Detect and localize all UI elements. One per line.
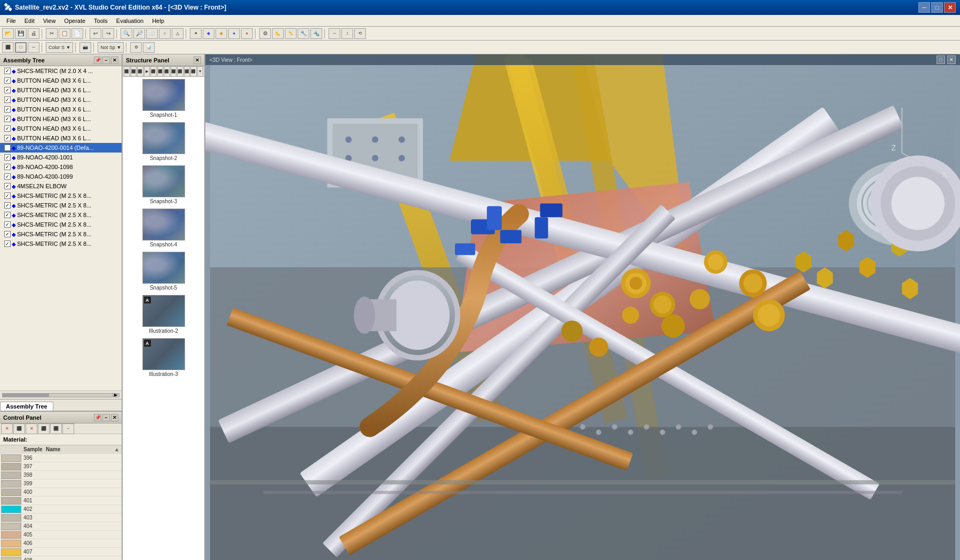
tree-item-checkbox-15[interactable]: ✓ bbox=[4, 202, 11, 209]
st-tb7[interactable]: ⬛ bbox=[164, 66, 170, 77]
tb2-camera[interactable]: 📷 bbox=[79, 42, 91, 53]
tree-item-checkbox-9[interactable]: ✓ bbox=[4, 145, 11, 151]
tb-filter2[interactable]: ◆ bbox=[215, 28, 227, 39]
cp-pin-btn[interactable]: 📌 bbox=[94, 414, 101, 421]
tb-tool3[interactable]: ↔ bbox=[329, 28, 340, 39]
tree-item-3[interactable]: ✓◆BUTTON HEAD (M3 X 6 L... bbox=[0, 85, 122, 95]
material-row-3[interactable]: 398 bbox=[0, 471, 122, 479]
material-row-11[interactable]: 406 bbox=[0, 539, 122, 548]
3d-view[interactable]: Z X <3D View : Front> □ ✕ bbox=[205, 54, 960, 560]
material-row-5[interactable]: 400 bbox=[0, 488, 122, 497]
tb2-1[interactable]: ⬛ bbox=[2, 42, 14, 53]
tree-item-8[interactable]: ✓◆BUTTON HEAD (M3 X 6 L... bbox=[0, 133, 122, 143]
tab-assembly-tree[interactable]: Assembly Tree bbox=[0, 402, 53, 411]
snapshot-item-1[interactable]: Snapshot-1 bbox=[125, 79, 202, 118]
tb-redo[interactable]: ↪ bbox=[102, 28, 114, 39]
tree-item-9[interactable]: ✓◆89-NOAO-4200-0014 (Defa... bbox=[0, 143, 122, 153]
tree-item-checkbox-4[interactable]: ✓ bbox=[4, 97, 11, 103]
tb-zoom-out[interactable]: 🔎 bbox=[133, 28, 145, 39]
tb-tool2[interactable]: 🔩 bbox=[310, 28, 322, 39]
st-tb6[interactable]: ⬛ bbox=[157, 66, 164, 77]
cp-tb5[interactable]: ⬛ bbox=[50, 423, 62, 434]
st-tb11[interactable]: ⬛ bbox=[190, 66, 197, 77]
tb-highlight[interactable]: ✦ bbox=[190, 28, 202, 39]
tb-tool5[interactable]: ⟲ bbox=[354, 28, 366, 39]
tb-print[interactable]: 🖨 bbox=[28, 28, 39, 39]
tree-item-13[interactable]: ✓◆4MSEL2N ELBOW bbox=[0, 181, 122, 191]
tb-tool1[interactable]: 🔧 bbox=[298, 28, 309, 39]
tb-settings[interactable]: ⚙ bbox=[259, 28, 271, 39]
illustration-item-2[interactable]: AIllustration-3 bbox=[125, 338, 202, 377]
st-tb3[interactable]: ⬛ bbox=[137, 66, 143, 77]
st-tb1[interactable]: ⬛ bbox=[124, 66, 130, 77]
cp-minimize-btn[interactable]: − bbox=[102, 414, 110, 421]
tree-item-checkbox-3[interactable]: ✓ bbox=[4, 87, 11, 93]
snapshot-item-5[interactable]: Snapshot-5 bbox=[125, 252, 202, 291]
tree-item-4[interactable]: ✓◆BUTTON HEAD (M3 X 6 L... bbox=[0, 95, 122, 105]
tb-filter3[interactable]: ● bbox=[228, 28, 240, 39]
tree-item-checkbox-1[interactable]: ✓ bbox=[4, 68, 11, 74]
tb-dimension[interactable]: 📐 bbox=[272, 28, 284, 39]
tb2-dropdown[interactable]: Color S ▼ bbox=[46, 42, 73, 53]
assembly-minimize-btn[interactable]: − bbox=[102, 57, 110, 64]
tree-item-checkbox-17[interactable]: ✓ bbox=[4, 221, 11, 228]
tb-select-box[interactable]: ⬜ bbox=[146, 28, 158, 39]
minimize-button[interactable]: ─ bbox=[918, 2, 930, 13]
tree-item-12[interactable]: ✓◆89-NOAO-4200-1099 bbox=[0, 172, 122, 181]
tree-item-checkbox-5[interactable]: ✓ bbox=[4, 106, 11, 113]
menu-view[interactable]: View bbox=[39, 17, 60, 25]
tree-item-5[interactable]: ✓◆BUTTON HEAD (M3 X 6 L... bbox=[0, 105, 122, 114]
tree-item-checkbox-14[interactable]: ✓ bbox=[4, 193, 11, 199]
material-row-12[interactable]: 407 bbox=[0, 548, 122, 556]
st-tb10[interactable]: ⬛ bbox=[184, 66, 190, 77]
tb-cut[interactable]: ✂ bbox=[46, 28, 58, 39]
material-row-1[interactable]: 396 bbox=[0, 454, 122, 462]
st-tb9[interactable]: ⬛ bbox=[177, 66, 183, 77]
st-tb4[interactable]: ▶ bbox=[144, 66, 150, 77]
3d-view-close-btn[interactable]: ✕ bbox=[947, 55, 956, 64]
st-tb12[interactable]: ▼ bbox=[197, 66, 204, 77]
menu-tools[interactable]: Tools bbox=[90, 17, 112, 25]
assembly-pin-btn[interactable]: 📌 bbox=[94, 57, 101, 64]
cp-tb2[interactable]: ⬛ bbox=[13, 423, 25, 434]
tree-item-7[interactable]: ✓◆BUTTON HEAD (M3 X 6 L... bbox=[0, 124, 122, 133]
menu-edit[interactable]: Edit bbox=[20, 17, 39, 25]
tree-item-checkbox-2[interactable]: ✓ bbox=[4, 77, 11, 84]
tree-item-15[interactable]: ✓◆SHCS-METRIC (M 2.5 X 8... bbox=[0, 201, 122, 210]
tree-item-checkbox-13[interactable]: ✓ bbox=[4, 183, 11, 189]
tree-item-checkbox-12[interactable]: ✓ bbox=[4, 173, 11, 180]
tree-item-2[interactable]: ✓◆BUTTON HEAD (M3 X 6 L... bbox=[0, 76, 122, 85]
tb-zoom-in[interactable]: 🔍 bbox=[121, 28, 132, 39]
tb-filter1[interactable]: ◆ bbox=[203, 28, 214, 39]
tree-item-6[interactable]: ✓◆BUTTON HEAD (M3 X 6 L... bbox=[0, 114, 122, 124]
material-row-9[interactable]: 404 bbox=[0, 522, 122, 531]
maximize-button[interactable]: □ bbox=[931, 2, 943, 13]
tb-undo[interactable]: ↩ bbox=[90, 28, 101, 39]
tb-save[interactable]: 💾 bbox=[15, 28, 27, 39]
snapshot-item-2[interactable]: Snapshot-2 bbox=[125, 122, 202, 161]
tree-item-checkbox-16[interactable]: ✓ bbox=[4, 212, 11, 218]
tb-tool4[interactable]: ↕ bbox=[341, 28, 353, 39]
st-tb5[interactable]: ⬛ bbox=[150, 66, 157, 77]
tb-open[interactable]: 📂 bbox=[2, 28, 14, 39]
tree-item-14[interactable]: ✓◆SHCS-METRIC (M 2.5 X 8... bbox=[0, 191, 122, 201]
menu-file[interactable]: File bbox=[2, 17, 20, 25]
menu-operate[interactable]: Operate bbox=[60, 17, 90, 25]
st-tb8[interactable]: ⬛ bbox=[171, 66, 177, 77]
cp-tb3[interactable]: ✕ bbox=[26, 423, 37, 434]
menu-help[interactable]: Help bbox=[148, 17, 169, 25]
tb-filter4[interactable]: ● bbox=[241, 28, 253, 39]
tree-item-11[interactable]: ✓◆89-NOAO-4200-1098 bbox=[0, 162, 122, 172]
tree-item-checkbox-18[interactable]: ✓ bbox=[4, 231, 11, 237]
material-row-2[interactable]: 397 bbox=[0, 462, 122, 471]
material-row-13[interactable]: 408 bbox=[0, 556, 122, 560]
snapshot-item-4[interactable]: Snapshot-4 bbox=[125, 209, 202, 247]
tb-select-circle[interactable]: ○ bbox=[159, 28, 171, 39]
tree-item-checkbox-7[interactable]: ✓ bbox=[4, 125, 11, 132]
tree-item-checkbox-10[interactable]: ✓ bbox=[4, 154, 11, 161]
tb-copy[interactable]: 📋 bbox=[59, 28, 70, 39]
cp-tb1[interactable]: ✕ bbox=[1, 423, 13, 434]
material-row-7[interactable]: 402 bbox=[0, 505, 122, 514]
tree-item-10[interactable]: ✓◆89-NOAO-4200-1001 bbox=[0, 153, 122, 162]
cp-tb6[interactable]: − bbox=[62, 423, 74, 434]
